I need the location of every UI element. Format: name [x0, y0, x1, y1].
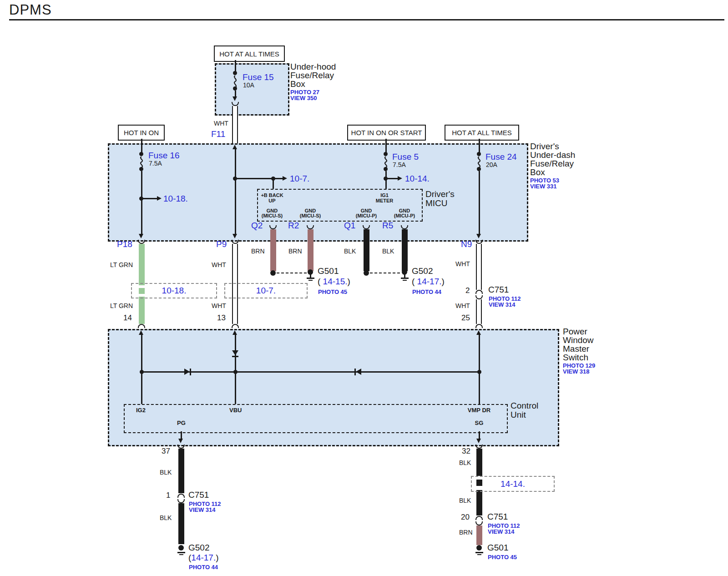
- hot-at-all-times-box-right: HOT AT ALL TIMES: [445, 125, 519, 141]
- brn-wire: [270, 229, 276, 271]
- connector-label-p18[interactable]: P18: [117, 240, 132, 249]
- view-link[interactable]: VIEW 314: [189, 507, 216, 513]
- ref-link[interactable]: 14-17.: [191, 553, 216, 562]
- connector-label-f11[interactable]: F11: [211, 130, 225, 139]
- fuse-symbol: [232, 76, 238, 87]
- view-link[interactable]: VIEW 350: [290, 95, 317, 101]
- fuse24-amp: 20A: [486, 162, 497, 168]
- fuse15-label[interactable]: Fuse 15: [243, 73, 274, 82]
- connector-cup: [475, 240, 483, 244]
- photo-link[interactable]: PHOTO 44: [412, 289, 441, 295]
- micu-terminal-b-backup: +B BACK: [261, 193, 283, 198]
- control-terminal-pg: PG: [177, 420, 186, 426]
- pin-number-32: 32: [462, 447, 470, 455]
- connector-cup: [177, 499, 185, 503]
- diode-bar: [190, 369, 191, 375]
- fuse-terminal-dot: [477, 167, 481, 171]
- fuse24-label[interactable]: Fuse 24: [485, 152, 517, 162]
- ground-bar: [403, 280, 407, 281]
- ground-id-g502: G502: [188, 543, 209, 552]
- photo-link[interactable]: PHOTO 44: [189, 564, 218, 571]
- connector-cup: [232, 324, 239, 328]
- connector-cup: [475, 516, 483, 520]
- wire-segment: [141, 171, 142, 235]
- blk-wire: [178, 449, 184, 493]
- underdash-name-4: Box: [530, 168, 545, 177]
- ref-link-10-7[interactable]: 10-7.: [290, 174, 309, 183]
- wire-segment: [273, 178, 274, 189]
- fuse16-label[interactable]: Fuse 16: [148, 151, 180, 160]
- ground-id-g501: G501: [487, 543, 508, 552]
- wire-color-label: BLK: [160, 469, 172, 476]
- connector-label-q2[interactable]: Q2: [251, 221, 263, 230]
- ref-link-10-18[interactable]: 10-18.: [163, 194, 188, 203]
- branch-line: [386, 178, 398, 179]
- pwms-name-3: Master: [563, 344, 589, 354]
- fuse-symbol: [383, 157, 389, 167]
- branch-line: [142, 198, 157, 199]
- wire-color-label: BRN: [251, 248, 265, 255]
- connector-label-q1[interactable]: Q1: [344, 221, 355, 230]
- ground-ref-g502: ( 14-17.): [412, 277, 445, 286]
- ref-link[interactable]: 14-17.: [417, 277, 442, 286]
- connector-cup: [177, 494, 185, 498]
- wire-segment: [479, 335, 480, 404]
- paren: ): [441, 277, 444, 286]
- photo-link[interactable]: PHOTO 45: [318, 289, 347, 295]
- wire-color-label: WHT: [212, 303, 226, 309]
- control-unit-name-2: Unit: [511, 410, 526, 419]
- ground-symbol-dot: [476, 545, 482, 551]
- ground-link-dashed: [370, 273, 400, 273]
- connector-id-c751: C751: [488, 285, 509, 294]
- blk-wire: [178, 503, 184, 544]
- fuse-symbol: [476, 157, 482, 167]
- view-link[interactable]: VIEW 314: [489, 302, 516, 308]
- control-terminal-vmp-dr: VMP DR: [468, 407, 490, 414]
- arrow-right: [398, 176, 402, 181]
- underdash-name-1: Driver's: [530, 142, 559, 151]
- junction-dot: [233, 370, 238, 374]
- internal-bus-line: [142, 371, 479, 373]
- ground-bar: [307, 278, 314, 279]
- ref-link[interactable]: 14-15.: [323, 277, 348, 286]
- ref-link[interactable]: 10-18.: [162, 286, 187, 296]
- blk-wire: [364, 229, 369, 271]
- wiring-diagram-page: DPMS HOT AT ALL TIMES Under-hood Fuse/Re…: [0, 0, 728, 576]
- arrow-right: [283, 176, 287, 181]
- connector-cup: [475, 445, 483, 449]
- fuse5-label[interactable]: Fuse 5: [392, 152, 419, 162]
- ref-link[interactable]: 10-7.: [256, 286, 276, 296]
- view-link[interactable]: VIEW 314: [488, 529, 515, 535]
- connector-label-r5[interactable]: R5: [382, 221, 393, 230]
- wire-color-label: WHT: [214, 120, 228, 127]
- wire-segment: [479, 171, 480, 235]
- ground-ref-g501: ( 14-15.): [318, 277, 350, 286]
- view-link[interactable]: VIEW 331: [530, 183, 557, 190]
- connector-label-p9[interactable]: P9: [216, 240, 227, 249]
- connector-label-r2[interactable]: R2: [288, 221, 299, 230]
- paren: ): [347, 277, 350, 286]
- micu-name-2: MICU: [425, 199, 448, 208]
- arrow-down: [476, 439, 481, 443]
- ref-link[interactable]: 14-14.: [500, 479, 525, 489]
- view-link[interactable]: VIEW 318: [563, 369, 590, 375]
- lt-grn-wire: [139, 297, 145, 324]
- wire-color-label: BLK: [459, 497, 471, 504]
- title-rule: [9, 19, 724, 20]
- paren: (: [318, 277, 320, 286]
- wire-color-label: BLK: [382, 248, 394, 255]
- connector-cup: [177, 445, 185, 449]
- ref-box-10-18: 10-18.: [131, 283, 217, 298]
- blk-wire: [476, 490, 482, 515]
- fuse-terminal-dot: [233, 86, 237, 91]
- ref-link-10-14[interactable]: 10-14.: [405, 174, 430, 183]
- connector-label-n9[interactable]: N9: [461, 240, 472, 249]
- hot-at-all-times-box-top: HOT AT ALL TIMES: [214, 45, 285, 62]
- ground-bar: [179, 554, 183, 555]
- diode-right: [184, 369, 190, 375]
- wire-segment: [479, 139, 480, 153]
- ground-symbol-dot: [178, 545, 184, 551]
- junction-dot: [477, 370, 481, 374]
- micu-terminal-ig1: METER: [376, 198, 394, 204]
- photo-link[interactable]: PHOTO 45: [488, 554, 517, 561]
